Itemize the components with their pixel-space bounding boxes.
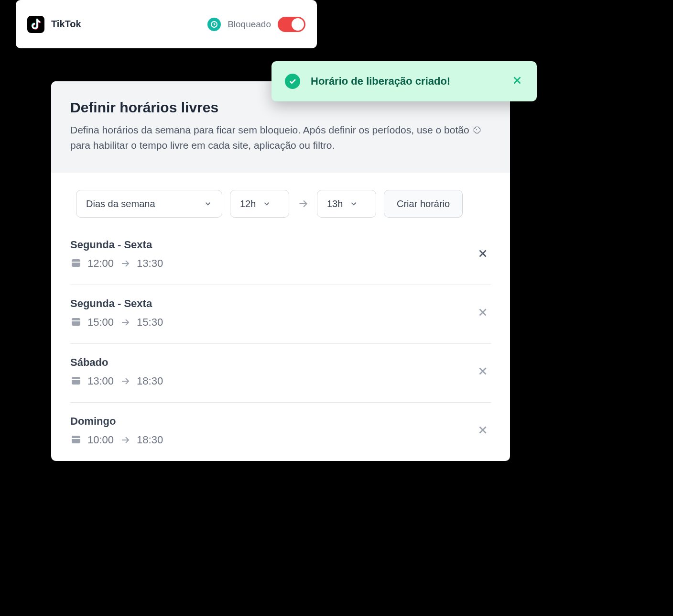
delete-schedule-button[interactable] <box>475 422 491 440</box>
schedule-controls: Dias da semana 12h 13h Criar horário <box>51 173 510 239</box>
arrow-right-icon <box>297 198 309 210</box>
schedule-item: Domingo 10:00 18:30 <box>70 403 491 461</box>
delete-schedule-button[interactable] <box>475 304 491 322</box>
schedule-to-time: 18:30 <box>137 434 163 446</box>
arrow-right-icon <box>119 375 131 387</box>
schedule-days-label: Domingo <box>70 415 163 428</box>
schedule-to-time: 18:30 <box>137 375 163 387</box>
schedule-to-time: 15:30 <box>137 316 163 329</box>
svg-rect-3 <box>72 318 80 326</box>
app-name: TikTok <box>51 19 81 30</box>
svg-rect-1 <box>72 259 80 267</box>
calendar-icon <box>70 433 82 447</box>
svg-rect-4 <box>72 320 80 321</box>
svg-rect-8 <box>72 438 80 439</box>
days-select[interactable]: Dias da semana <box>76 190 222 218</box>
chevron-down-icon <box>204 199 212 208</box>
svg-rect-6 <box>72 379 80 380</box>
chevron-down-icon <box>349 199 358 208</box>
schedule-item: Segunda - Sexta 15:00 15:30 <box>70 285 491 344</box>
from-hour-label: 12h <box>240 198 256 209</box>
to-hour-label: 13h <box>327 198 343 209</box>
clock-icon[interactable] <box>207 18 221 31</box>
blocked-status-label: Bloqueado <box>228 19 271 30</box>
success-toast: Horário de liberação criado! <box>271 61 537 101</box>
create-schedule-button[interactable]: Criar horário <box>384 190 463 218</box>
to-hour-select[interactable]: 13h <box>317 190 376 218</box>
svg-rect-2 <box>72 262 80 263</box>
svg-rect-7 <box>72 436 80 443</box>
from-hour-select[interactable]: 12h <box>230 190 289 218</box>
panel-description: Defina horários da semana para ficar sem… <box>70 122 491 153</box>
schedule-from-time: 15:00 <box>87 316 114 329</box>
tiktok-icon <box>27 16 44 33</box>
arrow-right-icon <box>119 434 131 446</box>
block-toggle[interactable] <box>278 17 305 32</box>
panel-title: Definir horários livres <box>70 99 491 116</box>
calendar-icon <box>70 316 82 329</box>
calendar-icon <box>70 374 82 388</box>
delete-schedule-button[interactable] <box>475 245 491 264</box>
schedule-days-label: Segunda - Sexta <box>70 297 163 310</box>
schedule-from-time: 10:00 <box>87 434 114 446</box>
app-blocked-card: TikTok Bloqueado <box>16 0 317 48</box>
schedule-from-time: 13:00 <box>87 375 114 387</box>
days-select-label: Dias da semana <box>86 198 155 209</box>
schedule-days-label: Segunda - Sexta <box>70 239 163 251</box>
schedule-days-label: Sábado <box>70 356 163 369</box>
calendar-icon <box>70 257 82 270</box>
arrow-right-icon <box>119 258 131 269</box>
schedule-panel: Definir horários livres Defina horários … <box>51 81 510 461</box>
schedule-to-time: 13:30 <box>137 257 163 270</box>
schedule-item: Sábado 13:00 18:30 <box>70 344 491 403</box>
check-circle-icon <box>285 74 300 89</box>
schedule-item: Segunda - Sexta 12:00 13:30 <box>70 239 491 285</box>
schedule-from-time: 12:00 <box>87 257 114 270</box>
toast-close-button[interactable] <box>511 74 523 88</box>
delete-schedule-button[interactable] <box>475 363 491 381</box>
arrow-right-icon <box>119 317 131 328</box>
svg-rect-5 <box>72 377 80 385</box>
chevron-down-icon <box>262 199 271 208</box>
schedule-list: Segunda - Sexta 12:00 13:30 <box>51 239 510 461</box>
toast-message: Horário de liberação criado! <box>311 75 450 88</box>
